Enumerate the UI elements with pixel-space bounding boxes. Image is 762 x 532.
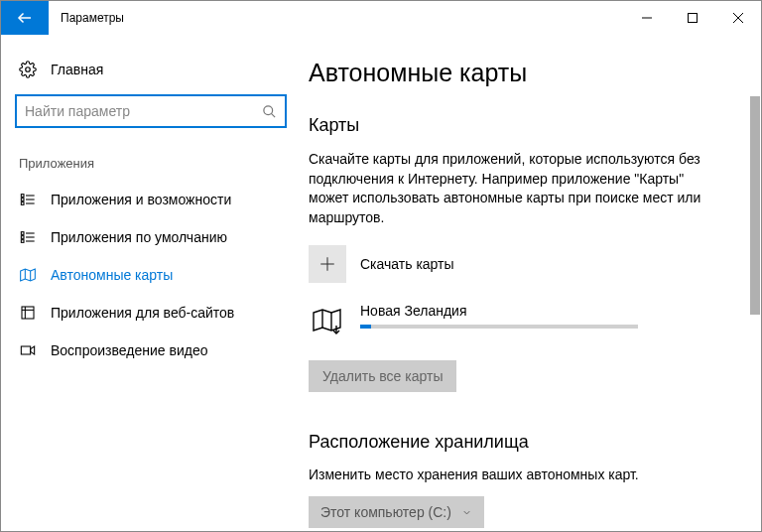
nav-apps-features[interactable]: Приложения и возможности bbox=[15, 181, 287, 218]
svg-marker-25 bbox=[31, 346, 35, 354]
storage-dropdown[interactable]: Этот компьютер (C:) bbox=[309, 496, 484, 528]
search-input[interactable] bbox=[25, 103, 262, 119]
storage-heading: Расположение хранилища bbox=[309, 432, 725, 453]
nav-label: Приложения для веб-сайтов bbox=[51, 305, 234, 321]
search-icon bbox=[262, 104, 277, 119]
storage-description: Изменить место хранения ваших автономных… bbox=[309, 466, 725, 482]
maps-description: Скачайте карты для приложений, которые и… bbox=[309, 150, 725, 227]
search-box[interactable] bbox=[15, 94, 287, 128]
nav-label: Автономные карты bbox=[51, 267, 173, 283]
page-heading: Автономные карты bbox=[309, 59, 725, 87]
list-icon bbox=[19, 191, 37, 208]
dropdown-value: Этот компьютер (C:) bbox=[320, 504, 451, 520]
delete-all-button[interactable]: Удалить все карты bbox=[309, 360, 456, 392]
home-label: Главная bbox=[51, 62, 103, 77]
map-icon bbox=[19, 266, 37, 284]
svg-rect-14 bbox=[21, 232, 24, 235]
close-button[interactable] bbox=[715, 1, 761, 35]
nav-offline-maps[interactable]: Автономные карты bbox=[15, 256, 287, 294]
nav-apps-websites[interactable]: Приложения для веб-сайтов bbox=[15, 294, 287, 332]
window-controls bbox=[624, 1, 761, 35]
back-button[interactable] bbox=[1, 1, 49, 35]
maps-heading: Карты bbox=[309, 115, 725, 136]
scrollbar-thumb[interactable] bbox=[750, 96, 760, 315]
titlebar: Параметры bbox=[1, 1, 761, 35]
svg-rect-10 bbox=[21, 202, 24, 205]
svg-rect-9 bbox=[21, 199, 24, 201]
svg-rect-24 bbox=[21, 346, 30, 354]
map-entry[interactable]: Новая Зеландия bbox=[309, 303, 725, 340]
settings-window: Параметры Главная Приложения bbox=[0, 0, 762, 532]
svg-rect-2 bbox=[689, 14, 698, 23]
download-maps-row[interactable]: Скачать карты bbox=[309, 245, 725, 283]
video-icon bbox=[19, 341, 37, 359]
home-link[interactable]: Главная bbox=[15, 55, 287, 94]
chevron-down-icon bbox=[461, 507, 472, 518]
nav-default-apps[interactable]: Приложения по умолчанию bbox=[15, 218, 287, 256]
plus-icon bbox=[309, 245, 346, 283]
nav-video-playback[interactable]: Воспроизведение видео bbox=[15, 332, 287, 369]
nav-list: Приложения и возможности Приложения по у… bbox=[15, 181, 287, 369]
nav-label: Приложения по умолчанию bbox=[51, 229, 227, 245]
svg-rect-23 bbox=[22, 307, 34, 319]
svg-rect-15 bbox=[21, 236, 24, 239]
download-label: Скачать карты bbox=[360, 256, 454, 272]
window-title: Параметры bbox=[49, 1, 624, 35]
defaults-icon bbox=[19, 228, 37, 246]
progress-bar bbox=[360, 325, 638, 329]
maximize-button[interactable] bbox=[670, 1, 715, 35]
sidebar: Главная Приложения Приложения и возможно… bbox=[1, 35, 301, 531]
svg-rect-8 bbox=[21, 195, 24, 198]
svg-point-6 bbox=[264, 105, 273, 114]
svg-point-5 bbox=[26, 67, 31, 72]
nav-label: Воспроизведение видео bbox=[51, 342, 207, 358]
main-panel: Автономные карты Карты Скачайте карты дл… bbox=[301, 35, 761, 531]
svg-line-7 bbox=[271, 113, 275, 117]
website-icon bbox=[19, 304, 37, 322]
section-label: Приложения bbox=[15, 156, 287, 171]
nav-label: Приложения и возможности bbox=[51, 192, 231, 207]
svg-rect-16 bbox=[21, 240, 24, 243]
svg-marker-20 bbox=[21, 269, 36, 281]
map-download-icon bbox=[309, 303, 346, 340]
minimize-button[interactable] bbox=[624, 1, 670, 35]
gear-icon bbox=[19, 61, 37, 78]
map-name: Новая Зеландия bbox=[360, 303, 725, 319]
content: Главная Приложения Приложения и возможно… bbox=[1, 35, 761, 531]
